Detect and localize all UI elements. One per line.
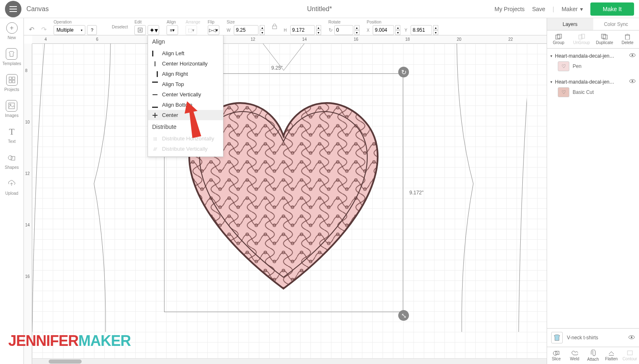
y-input[interactable] [411, 25, 432, 35]
deselect-button[interactable]: Deselect [112, 25, 128, 29]
slice-button[interactable]: Slice [547, 347, 566, 364]
svg-point-12 [10, 104, 11, 105]
distribute-vertically-item: ⫻Distribute Vertically [148, 144, 223, 154]
eye-icon [629, 53, 636, 58]
flatten-button[interactable]: Flatten [602, 347, 621, 364]
ungroup-button[interactable]: UnGroup [570, 30, 593, 48]
attach-button[interactable]: Attach [584, 347, 602, 364]
template-row[interactable]: V-neck t-shirts [547, 329, 639, 347]
tick: 22 [508, 37, 513, 42]
sidebar-text[interactable]: TText [6, 126, 18, 144]
visibility-toggle[interactable] [629, 79, 636, 85]
layer-item[interactable]: ▾ Heart-mandala-decal-jen… ♡ Pen [547, 50, 639, 76]
lock-aspect-button[interactable] [272, 23, 277, 29]
height-input[interactable] [290, 25, 315, 35]
svg-rect-7 [9, 77, 12, 79]
svg-point-30 [632, 80, 633, 82]
chevron-down-icon: ▾ [580, 6, 583, 12]
y-stepper[interactable]: ▲▼ [433, 25, 438, 35]
up-icon: ▲ [395, 25, 400, 30]
sublayer-item[interactable]: ♡ Basic Cut [550, 85, 636, 100]
scale-handle[interactable]: ⤡ [398, 310, 409, 321]
position-label: Position [367, 20, 438, 24]
tick: 20 [457, 37, 461, 42]
duplicate-button[interactable]: Duplicate [593, 30, 616, 48]
sidebar-projects[interactable]: Projects [4, 74, 19, 92]
rotate-group: Rotate ↻ ▲▼ [329, 20, 359, 35]
scrollbar-thumb[interactable] [49, 359, 82, 364]
x-input[interactable] [373, 25, 394, 35]
edit-dropdown[interactable]: ✦▾ [148, 25, 159, 35]
canvas-area[interactable]: 4 6 8 10 12 14 16 18 20 22 8 10 12 14 16 [24, 35, 547, 364]
align-section-header: Align [148, 35, 223, 48]
flip-dropdown-button[interactable]: ▷◁▾ [208, 25, 219, 35]
visibility-toggle[interactable] [628, 335, 635, 341]
contour-icon [627, 350, 633, 356]
make-it-button[interactable]: Make It [590, 2, 634, 16]
sidebar-shapes[interactable]: Shapes [5, 152, 19, 170]
rotate-stepper[interactable]: ▲▼ [355, 25, 359, 35]
tshirt-icon [6, 48, 17, 60]
weld-button[interactable]: Weld [566, 347, 584, 364]
sidebar-templates[interactable]: Templates [2, 48, 21, 66]
center-horizontally-item[interactable]: Center Horizontally [148, 58, 223, 69]
sidebar-images[interactable]: Images [5, 100, 19, 118]
redo-button[interactable]: ↷ [41, 26, 47, 33]
align-icon: ≡▾ [170, 28, 175, 33]
tab-color-sync[interactable]: Color Sync [593, 18, 639, 30]
sidebar-new[interactable]: +New [6, 22, 18, 40]
tick: 14 [25, 223, 30, 227]
align-left-item[interactable]: Align Left [148, 48, 223, 58]
down-icon: ▼ [260, 30, 265, 35]
bottom-actions: Slice Weld Attach Flatten Contour [547, 347, 639, 364]
edit-label: Edit [134, 20, 159, 24]
width-input[interactable] [234, 25, 258, 35]
sparkle-icon: ✦▾ [149, 26, 158, 34]
x-stepper[interactable]: ▲▼ [395, 25, 400, 35]
rotate-input[interactable] [334, 25, 353, 35]
operation-group: Operation Multiple ▾ ? [54, 20, 97, 35]
offset-button[interactable] [134, 25, 146, 35]
image-icon [6, 100, 17, 112]
layer-item[interactable]: ▾ Heart-mandala-decal-jen… ♡ Basic Cut [547, 76, 639, 102]
sidebar-upload[interactable]: Upload [5, 178, 19, 196]
attach-icon [590, 350, 596, 356]
chevron-down-icon[interactable]: ▾ [550, 54, 552, 58]
horizontal-scrollbar[interactable] [32, 358, 547, 364]
x-label: X [367, 28, 370, 33]
document-title[interactable]: Untitled* [307, 5, 332, 13]
width-stepper[interactable]: ▲▼ [260, 25, 265, 35]
chevron-down-icon[interactable]: ▾ [550, 80, 552, 84]
undo-button[interactable]: ↶ [29, 26, 34, 33]
lock-icon [272, 23, 277, 29]
machine-label: Maker [561, 6, 578, 12]
up-icon: ▲ [316, 25, 321, 30]
tick: 16 [354, 37, 358, 42]
distribute-v-icon: ⫻ [152, 146, 158, 152]
sidebar-label: Shapes [5, 165, 19, 170]
rotate-handle[interactable]: ↻ [398, 67, 409, 77]
delete-button[interactable]: Delete [616, 30, 639, 48]
align-top-item[interactable]: Align Top [148, 79, 223, 89]
my-projects-link[interactable]: My Projects [495, 6, 525, 12]
svg-rect-6 [273, 26, 277, 29]
contour-button[interactable]: Contour [620, 347, 639, 364]
menu-button[interactable] [5, 1, 21, 17]
align-right-item[interactable]: Align Right [148, 69, 223, 79]
svg-rect-0 [9, 6, 17, 7]
height-stepper[interactable]: ▲▼ [316, 25, 321, 35]
center-vertically-item[interactable]: Center Vertically [148, 89, 223, 100]
tab-layers[interactable]: Layers [547, 18, 593, 30]
operation-help-button[interactable]: ? [87, 25, 97, 35]
app-header: Canvas Untitled* My Projects Save | Make… [0, 0, 639, 18]
svg-rect-24 [625, 35, 630, 40]
operation-select[interactable]: Multiple ▾ [54, 25, 85, 35]
arrange-dropdown-button[interactable]: ⬚▾ [186, 25, 197, 35]
visibility-toggle[interactable] [629, 53, 636, 59]
tick: 18 [405, 37, 410, 42]
group-button[interactable]: Group [547, 30, 570, 48]
align-dropdown-button[interactable]: ≡▾ [167, 25, 178, 35]
save-link[interactable]: Save [532, 6, 545, 12]
machine-dropdown[interactable]: Maker ▾ [561, 6, 583, 12]
sublayer-item[interactable]: ♡ Pen [550, 59, 636, 74]
